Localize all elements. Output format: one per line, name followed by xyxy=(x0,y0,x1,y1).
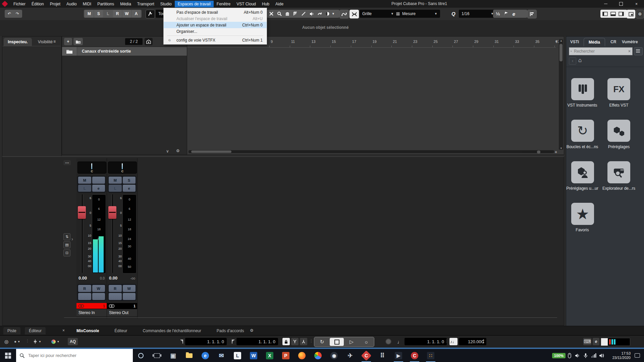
ruler-options-icon[interactable]: ▼ xyxy=(555,40,558,43)
taskbar-search-box[interactable] xyxy=(16,349,133,362)
line-tool-icon[interactable] xyxy=(300,10,307,17)
position-note-icon[interactable]: ♩ xyxy=(396,338,404,345)
snap-curve-button[interactable] xyxy=(339,10,349,18)
left-zone-toggle[interactable] xyxy=(601,10,609,17)
snap-on-off-button[interactable] xyxy=(350,10,359,18)
media-back-button[interactable]: ‹ xyxy=(569,57,576,65)
menu-studio[interactable]: Studio xyxy=(157,1,175,7)
quantize-flag-icon[interactable] xyxy=(502,10,509,17)
cycle-button[interactable]: ↻ xyxy=(315,338,329,346)
network-icon[interactable] xyxy=(590,349,598,362)
listen-button[interactable]: L xyxy=(109,185,122,192)
timewarp-tool-icon[interactable] xyxy=(292,10,299,17)
channel-color-bar[interactable]: 1 xyxy=(76,303,107,309)
volume-fader-handle[interactable] xyxy=(108,206,116,219)
channel-strip-stereo-in[interactable]: CM·Le605101520304000061218240.000.0RW··1… xyxy=(76,158,107,318)
tempo-mode-icon[interactable]: ♪♩ xyxy=(449,338,458,345)
horizontal-scrollbar[interactable] xyxy=(189,150,554,153)
track-visibility-agent-icon[interactable] xyxy=(145,38,153,45)
pan-control[interactable]: C xyxy=(108,162,137,174)
tile-loops-samples[interactable]: ↻ xyxy=(571,120,594,142)
taskbar-app-cubase[interactable]: C xyxy=(358,349,374,362)
volume-icon[interactable] xyxy=(598,349,606,362)
stop-button[interactable] xyxy=(330,338,344,346)
taskbar-app-chrome[interactable] xyxy=(310,349,326,362)
audio-device-icon[interactable] xyxy=(574,349,582,362)
undo-button[interactable]: ↶ xyxy=(6,10,13,17)
track-s-button[interactable]: S xyxy=(94,10,103,17)
redo-button[interactable]: ↷ xyxy=(14,10,21,17)
close-button[interactable]: × xyxy=(629,0,644,8)
scroll-up-icon[interactable]: ▲ xyxy=(560,39,562,42)
onscreen-keyboard-icon[interactable]: ⌨ xyxy=(583,338,591,345)
media-list-view-button[interactable] xyxy=(634,47,643,55)
tab-vumetre[interactable]: Vumètre xyxy=(622,38,638,46)
vertical-scrollbar[interactable]: ▲ ▼ xyxy=(559,39,563,150)
gain-value[interactable]: 0.00 xyxy=(78,276,87,281)
play-tool-icon[interactable] xyxy=(308,10,315,17)
menu-hub[interactable]: Hub xyxy=(259,1,272,7)
record-modes-dropdown[interactable]: ●▼ xyxy=(12,338,22,345)
tile-user-presets[interactable] xyxy=(571,161,594,183)
event-display[interactable]: 91113151719212325272931333537 ▼ ▲ ▼ + xyxy=(187,36,564,155)
tab-cr[interactable]: CR xyxy=(610,38,616,46)
lower-zone-toggle[interactable] xyxy=(609,10,617,17)
tab-inspector[interactable]: Inspecteu. xyxy=(4,38,32,46)
comp-tool-icon[interactable] xyxy=(324,10,331,17)
position-display[interactable]: 1. 1. 1. 0 xyxy=(405,338,447,345)
setup-window-layout-button[interactable] xyxy=(627,10,635,18)
taskbar-app-cubase-utility[interactable]: C xyxy=(407,349,423,362)
channel-name[interactable]: Stereo Out xyxy=(107,309,137,316)
taskbar-search-input[interactable] xyxy=(28,353,133,358)
workspace-menu-item[interactable]: Organiser... xyxy=(164,28,267,35)
zoom-tool-icon[interactable] xyxy=(276,10,283,17)
taskbar-app-obs-studio[interactable]: ◉ xyxy=(326,349,342,362)
tile-favorites[interactable]: ★ xyxy=(571,203,594,225)
folder-track-icon[interactable] xyxy=(62,47,77,56)
clear-search-icon[interactable]: × xyxy=(628,49,631,54)
media-search-box[interactable]: × xyxy=(569,47,633,55)
quantize-panel-icon[interactable]: e xyxy=(510,10,518,17)
locator-lock-button[interactable] xyxy=(282,338,290,345)
menu--dition[interactable]: Édition xyxy=(29,1,47,7)
track-l-button[interactable]: L xyxy=(104,10,112,17)
tile-file-browser[interactable] xyxy=(607,161,630,183)
track-w-button[interactable]: W xyxy=(122,10,131,17)
edit-channel-button[interactable]: e xyxy=(92,185,105,192)
track-m-button[interactable]: M xyxy=(85,10,94,17)
solo-button[interactable]: S xyxy=(123,177,136,184)
right-locator-display[interactable]: 1. 1. 1. 0 xyxy=(236,338,278,345)
grid-type-dropdown[interactable]: Mesure▼ xyxy=(393,10,440,18)
color-menu-dropdown[interactable]: ▼ xyxy=(49,338,62,345)
automation-follow-icon[interactable] xyxy=(146,10,155,18)
play-button[interactable]: ▷ xyxy=(344,338,359,346)
lower-zone-setup-gear-icon[interactable]: ⚙ xyxy=(250,328,254,333)
track-controls-chevron-icon[interactable]: ∨ xyxy=(166,149,169,154)
write-automation-button[interactable]: W xyxy=(92,285,105,292)
lower-zone-tab-pads-d-accords[interactable]: Pads d'accords xyxy=(215,327,246,335)
mute-button[interactable]: M xyxy=(109,177,122,184)
task-view-button[interactable] xyxy=(149,349,165,362)
taskbar-app-groove-pads-app[interactable]: ∷ xyxy=(423,349,439,362)
inspector-menu-icon[interactable]: ≡ xyxy=(53,39,56,44)
taskbar-app-pinned-window-app[interactable]: ▣ xyxy=(165,349,181,362)
punch-out-icon[interactable] xyxy=(300,338,307,345)
blank-button[interactable]: · xyxy=(109,293,122,300)
tab-media[interactable]: Média xyxy=(584,38,605,46)
media-search-input[interactable] xyxy=(573,49,627,54)
cortana-button[interactable] xyxy=(133,349,149,362)
zoom-in-icon[interactable]: + xyxy=(555,150,557,155)
menu-fen-tre[interactable]: Fenêtre xyxy=(214,1,233,7)
battery-status-badge[interactable]: 100% xyxy=(552,353,566,358)
menu-fichier[interactable]: Fichier xyxy=(10,1,29,7)
tab-editeur-left[interactable]: Éditeur xyxy=(25,327,46,335)
taskbar-app-edge-browser[interactable]: e xyxy=(197,349,213,362)
color-tool-icon[interactable] xyxy=(316,10,323,17)
taskbar-app-firefox[interactable] xyxy=(294,349,310,362)
mouse-settings-icon[interactable] xyxy=(566,349,574,362)
channel-strip-stereo-out[interactable]: CMSLe605101520304000061218243040500.00-o… xyxy=(107,158,138,318)
iterative-quantize-icon[interactable]: ⅛ xyxy=(494,10,501,17)
track-r-button[interactable]: R xyxy=(113,10,122,17)
taskbar-app-powerpoint[interactable]: P xyxy=(278,349,294,362)
erase-tool-icon[interactable] xyxy=(268,10,275,17)
